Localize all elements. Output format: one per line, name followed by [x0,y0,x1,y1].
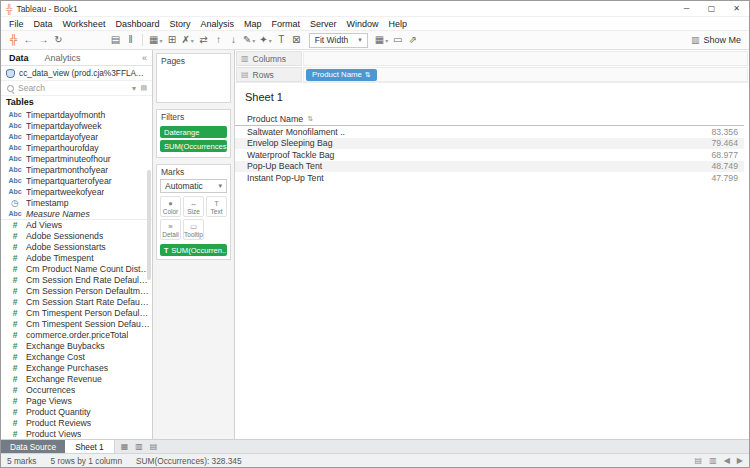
filter-fields-icon[interactable]: ▼ [130,85,137,92]
field-item[interactable]: ◷ Timestamp [1,197,152,208]
field-item[interactable]: Abc Timepartweekofyear [1,186,152,197]
new-story-tab-icon[interactable]: ▤ [150,442,158,451]
menu-item[interactable]: Story [164,19,195,29]
detail-button[interactable]: ≡ Detail [160,219,181,240]
Envelop Sleeping Bag[interactable]: Envelop Sleeping Bag 79.464 [235,138,744,150]
field-item[interactable]: # Exchange Purchases [1,362,152,373]
prev-sheet-icon[interactable]: ◀ [724,456,730,465]
column-sort-icon[interactable]: ⇅ [307,115,313,123]
field-item[interactable]: # Cm Timespent Session Defaultmetric [1,318,152,329]
field-item[interactable]: Abc Timepartmonthofyear [1,164,152,175]
field-item[interactable]: # Cm Session Start Rate Defaultmetric [1,296,152,307]
tooltip-button[interactable]: ▭ Tooltip [183,219,204,240]
menu-item[interactable]: Analysis [195,19,239,29]
field-item[interactable]: Abc Measure Names [1,208,152,219]
close-button[interactable]: ✕ [724,1,749,16]
menu-item[interactable]: Help [384,19,413,29]
show-me-button[interactable]: ▥ Show Me [691,35,744,45]
filter-pill[interactable]: Daterange [160,126,227,138]
Waterproof Tackle Bag[interactable]: Waterproof Tackle Bag 68.977 [235,149,744,161]
Instant Pop-Up Tent[interactable]: Instant Pop-Up Tent 47.799 [235,172,744,184]
fields-scrollbar[interactable] [147,170,151,280]
menu-item[interactable]: Data [29,19,58,29]
group-members-icon[interactable]: ✦ [257,32,273,48]
search-input[interactable] [18,83,127,93]
menu-item[interactable]: Window [342,19,384,29]
field-item[interactable]: Abc Timepartquarterofyear [1,175,152,186]
new-dashboard-tab-icon[interactable]: ▥ [135,442,143,451]
add-datasource-icon[interactable]: ▤ [108,32,123,48]
next-sheet-icon[interactable]: ▶ [737,456,743,465]
field-item[interactable]: # Cm Product Name Count Distinct [1,263,152,274]
menu-item[interactable]: Map [239,19,267,29]
filters-shelf[interactable]: Filters DaterangeSUM(Occurrences) [156,109,231,158]
view-options-icon[interactable]: ▤ [140,84,147,92]
field-item[interactable]: # Product Quantity [1,406,152,417]
columns-shelf[interactable] [303,51,748,66]
Pop-Up Beach Tent[interactable]: Pop-Up Beach Tent 48.749 [235,161,744,173]
sort-descending-icon[interactable]: ↓ [226,32,241,48]
menu-item[interactable]: File [4,19,29,29]
field-item[interactable]: # Exchange Cost [1,351,152,362]
presentation-mode-icon[interactable]: ▭ [390,32,405,48]
text-button[interactable]: T Text [206,196,227,217]
highlight-icon[interactable]: ✎ [241,32,257,48]
rows-shelf[interactable]: Product Name ⇅ [303,67,748,82]
pause-updates-icon[interactable]: ‖ [123,32,138,48]
field-item[interactable]: # Adobe Sessionends [1,230,152,241]
menu-item[interactable]: Dashboard [110,19,164,29]
filmstrip-icon[interactable]: ▥ [709,456,717,465]
menu-item[interactable]: Worksheet [58,19,111,29]
table-header[interactable]: Product Name ⇅ [235,113,744,126]
mark-type-dropdown[interactable]: Automatic ▾ [160,179,227,193]
Saltwater Monofilament ..[interactable]: Saltwater Monofilament .. 83.356 [235,126,744,138]
field-item[interactable]: # Adobe Sessionstarts [1,241,152,252]
menu-item[interactable]: Server [305,19,342,29]
cell-size-icon[interactable]: ▦ [373,32,390,48]
replay-icon[interactable]: ↻ [51,32,66,48]
size-button[interactable]: ↔ Size [183,196,204,217]
fix-axes-icon[interactable]: ⊠ [289,32,304,48]
minimize-button[interactable]: ─ [674,1,699,16]
sheet-sorter-icon[interactable]: ▤ [695,456,703,465]
menu-item[interactable]: Format [266,19,305,29]
field-item[interactable]: Abc Timepartdayofyear [1,131,152,142]
fit-selector[interactable]: Fit Width ▾ [309,33,368,48]
field-item[interactable]: # Occurrences [1,384,152,395]
duplicate-sheet-icon[interactable]: ⊞ [164,32,179,48]
sort-ascending-icon[interactable]: ↑ [211,32,226,48]
field-item[interactable]: # commerce.order.priceTotal [1,329,152,340]
field-item[interactable]: # Adobe Timespent [1,252,152,263]
field-item[interactable]: # Exchange Revenue [1,373,152,384]
field-item[interactable]: Abc Timeparthourofday [1,142,152,153]
field-item[interactable]: # Cm Session End Rate Defaultmetric [1,274,152,285]
share-icon[interactable]: ⇗ [405,32,420,48]
rows-pill-product-name[interactable]: Product Name ⇅ [306,69,377,81]
field-item[interactable]: # Page Views [1,395,152,406]
redo-icon[interactable]: → [36,32,51,48]
maximize-button[interactable]: ▢ [699,1,724,16]
clear-sheet-icon[interactable]: ✗ [179,32,195,48]
tab-sheet-1[interactable]: Sheet 1 [65,440,115,453]
field-item[interactable]: # Product Views [1,428,152,439]
undo-icon[interactable]: ← [21,32,36,48]
sort-icon[interactable]: ⇅ [365,71,371,79]
marks-encoding-pill[interactable]: T SUM(Occurren.. [160,244,227,256]
field-item[interactable]: Abc Timepartdayofmonth [1,109,152,120]
field-item[interactable]: # Cm Session Person Defaultmetric [1,285,152,296]
filter-pill[interactable]: SUM(Occurrences) [160,140,227,152]
field-item[interactable]: # Ad Views [1,219,152,230]
field-item[interactable]: Abc Timepartdayofweek [1,120,152,131]
field-item[interactable]: Abc Timepartminuteofhour [1,153,152,164]
show-mark-labels-icon[interactable]: T [274,32,289,48]
tab-analytics[interactable]: Analytics [37,50,89,65]
color-button[interactable]: ● Color [160,196,181,217]
pages-shelf[interactable]: Pages [156,53,231,103]
tab-data[interactable]: Data [1,50,37,65]
field-item[interactable]: # Product Reviews [1,417,152,428]
field-item[interactable]: # Exchange Buybacks [1,340,152,351]
new-worksheet-tab-icon[interactable]: ▦ [121,442,129,451]
collapse-pane-icon[interactable]: « [137,53,152,63]
new-worksheet-icon[interactable]: ▦ [147,32,164,48]
field-item[interactable]: # Cm Timespent Person Defaultmetric [1,307,152,318]
